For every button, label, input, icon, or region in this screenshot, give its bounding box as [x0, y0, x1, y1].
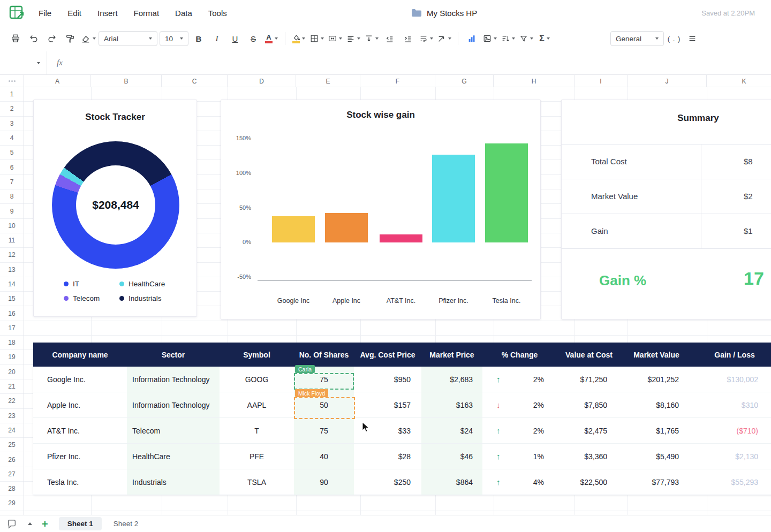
table-header-symbol[interactable]: Symbol: [220, 343, 294, 367]
cell-change[interactable]: ↓2%: [482, 392, 557, 417]
cell-change[interactable]: ↑2%: [482, 367, 557, 392]
cell-market[interactable]: $24: [421, 418, 482, 443]
row-header-8[interactable]: 8: [0, 189, 24, 204]
cell-value_at_cost[interactable]: $71,250: [557, 367, 621, 392]
table-header-change[interactable]: % Change: [482, 343, 557, 367]
text-rotation-button[interactable]: [436, 31, 452, 47]
add-sheet-button[interactable]: +: [42, 519, 48, 529]
cell-market_value[interactable]: $77,793: [621, 469, 692, 495]
row-header-6[interactable]: 6: [0, 160, 24, 174]
formula-input[interactable]: [71, 51, 771, 74]
format-painter-button[interactable]: [62, 31, 78, 47]
cell-value_at_cost[interactable]: $22,500: [557, 469, 621, 495]
row-header-11[interactable]: 11: [0, 233, 24, 248]
tab-sheet-1[interactable]: Sheet 1: [59, 517, 102, 530]
italic-button[interactable]: I: [209, 31, 225, 47]
row-header-27[interactable]: 27: [0, 467, 24, 482]
font-size-select[interactable]: 10: [160, 31, 188, 46]
row-header-17[interactable]: 17: [0, 321, 24, 336]
cell-market[interactable]: $2,683: [421, 367, 482, 392]
row-header-9[interactable]: 9: [0, 204, 24, 218]
cell-gain_loss[interactable]: ($710): [692, 418, 771, 443]
cell-change[interactable]: ↑2%: [482, 418, 557, 443]
row-header-28[interactable]: 28: [0, 482, 24, 496]
menu-file[interactable]: File: [39, 9, 51, 18]
cell-value_at_cost[interactable]: $3,360: [557, 444, 621, 469]
cell-cost[interactable]: $28: [354, 444, 421, 469]
column-header-B[interactable]: B: [91, 75, 162, 87]
cell-market_value[interactable]: $5,490: [621, 444, 692, 469]
table-header-market-price[interactable]: Market Price: [421, 343, 482, 367]
row-header-3[interactable]: 3: [0, 117, 24, 131]
column-header-C[interactable]: C: [162, 75, 228, 87]
cell-gain_loss[interactable]: $2,130: [692, 444, 771, 469]
wrap-text-button[interactable]: [418, 31, 434, 47]
cell-market[interactable]: $46: [421, 444, 482, 469]
cell-cost[interactable]: $157: [354, 392, 421, 417]
cell-market_value[interactable]: $8,160: [621, 392, 692, 417]
row-header-19[interactable]: 19: [0, 350, 24, 364]
table-header-sector[interactable]: Sector: [127, 343, 220, 367]
document-title[interactable]: My Stocks HP: [411, 0, 477, 26]
cell-market[interactable]: $163: [421, 392, 482, 417]
sheet-list-button[interactable]: [28, 522, 32, 525]
cell-symbol[interactable]: PFE: [220, 444, 294, 469]
cell-change[interactable]: ↑4%: [482, 469, 557, 495]
cell-gain_loss[interactable]: $130,002: [692, 367, 771, 392]
table-row-aapl[interactable]: Apple Inc.Information TechnologyAAPL50$1…: [33, 392, 771, 418]
row-header-15[interactable]: 15: [0, 292, 24, 306]
table-header-no-of-shares[interactable]: No. Of Shares: [294, 343, 354, 367]
cell-cost[interactable]: $250: [354, 469, 421, 495]
table-header-company-name[interactable]: Company name: [33, 343, 127, 367]
table-row-goog[interactable]: Google Inc.Information TechnologyGOOG75$…: [33, 367, 771, 392]
cell-cost[interactable]: $950: [354, 367, 421, 392]
cell-shares[interactable]: 40: [294, 444, 354, 469]
menu-format[interactable]: Format: [134, 9, 160, 18]
row-header-10[interactable]: 10: [0, 219, 24, 233]
cell-company[interactable]: Google Inc.: [33, 367, 127, 392]
row-header-21[interactable]: 21: [0, 379, 24, 394]
name-box[interactable]: [0, 51, 47, 74]
column-header-K[interactable]: K: [707, 75, 771, 87]
horizontal-align-button[interactable]: [345, 31, 361, 47]
row-header-4[interactable]: 4: [0, 131, 24, 146]
table-row-tsla[interactable]: Tesla Inc.IndustrialsTSLA90$250$864↑4%$2…: [33, 469, 771, 495]
menu-data[interactable]: Data: [175, 9, 192, 18]
cell-gain_loss[interactable]: $55,293: [692, 469, 771, 495]
insert-chart-button[interactable]: [464, 31, 480, 47]
increase-indent-button[interactable]: [400, 31, 416, 47]
cell-symbol[interactable]: T: [220, 418, 294, 443]
cell-symbol[interactable]: GOOG: [220, 367, 294, 392]
cell-company[interactable]: Apple Inc.: [33, 392, 127, 417]
comments-button[interactable]: [5, 518, 18, 530]
text-color-button[interactable]: A: [263, 31, 279, 47]
insert-image-button[interactable]: [482, 31, 498, 47]
merge-cells-button[interactable]: [327, 31, 343, 47]
row-header-5[interactable]: 5: [0, 146, 24, 160]
vertical-align-button[interactable]: [364, 31, 380, 47]
cell-market_value[interactable]: $201,252: [621, 367, 692, 392]
cell-sector[interactable]: Information Technology: [127, 367, 220, 392]
column-header-G[interactable]: G: [435, 75, 494, 87]
row-header-20[interactable]: 20: [0, 365, 24, 379]
undo-button[interactable]: [26, 31, 42, 47]
decimal-format-button[interactable]: ( . ): [666, 31, 682, 47]
cell-company[interactable]: AT&T Inc.: [33, 418, 127, 443]
table-header-value-at-cost[interactable]: Value at Cost: [557, 343, 621, 367]
row-header-2[interactable]: 2: [0, 102, 24, 116]
row-header-23[interactable]: 23: [0, 409, 24, 423]
column-header-H[interactable]: H: [494, 75, 575, 87]
column-header-E[interactable]: E: [296, 75, 360, 87]
cell-company[interactable]: Pfizer Inc.: [33, 444, 127, 469]
row-header-12[interactable]: 12: [0, 248, 24, 262]
borders-button[interactable]: [309, 31, 325, 47]
row-header-30[interactable]: 30: [0, 511, 24, 515]
font-family-select[interactable]: Arial: [99, 31, 157, 46]
cell-value_at_cost[interactable]: $7,850: [557, 392, 621, 417]
clear-format-button[interactable]: [80, 31, 96, 47]
sort-button[interactable]: [500, 31, 516, 47]
row-header-13[interactable]: 13: [0, 263, 24, 277]
strikethrough-button[interactable]: S: [245, 31, 261, 47]
row-header-26[interactable]: 26: [0, 452, 24, 467]
table-header-avg-cost-price[interactable]: Avg. Cost Price: [354, 343, 421, 367]
